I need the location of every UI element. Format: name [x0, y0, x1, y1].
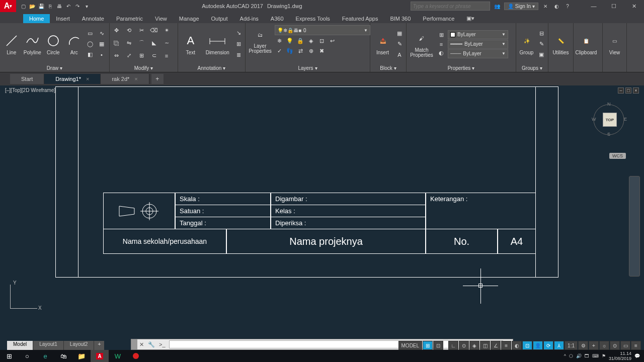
wcs-badge[interactable]: WCS — [609, 153, 626, 159]
blend-icon[interactable]: ∼ — [162, 39, 171, 48]
clipboard-button[interactable]: 📋Clipboard — [576, 33, 597, 55]
tab-output[interactable]: Output — [205, 14, 234, 23]
layer-walk-icon[interactable]: 👣 — [285, 46, 294, 55]
tray-flag-icon[interactable]: ⚑ — [602, 353, 606, 358]
edge-icon[interactable]: e — [36, 350, 54, 362]
array-icon[interactable]: ⊞ — [137, 51, 146, 60]
panel-layers-title[interactable]: Layers — [298, 65, 313, 71]
status-gear-icon[interactable]: ⚙ — [578, 341, 588, 350]
group-bbox-icon[interactable]: ▣ — [537, 50, 546, 59]
status-osnap-icon[interactable]: ◫ — [480, 341, 490, 350]
store-icon[interactable]: 🛍 — [54, 350, 72, 362]
layer-match-icon[interactable]: ⊡ — [317, 36, 326, 45]
status-grid-icon[interactable]: ⊞ — [423, 341, 433, 350]
panel-annotation-title[interactable]: Annotation — [198, 65, 222, 71]
copy-icon[interactable]: ⿻ — [112, 39, 121, 48]
drawing-area[interactable]: [–][Top][2D Wireframe] –□× N S W E TOP W… — [0, 85, 644, 330]
navigation-bar[interactable] — [629, 176, 640, 277]
ungroup-icon[interactable]: ⊟ — [537, 29, 546, 38]
layout-tab-layout2[interactable]: Layout2 — [64, 341, 95, 350]
status-otrack-icon[interactable]: ∠ — [491, 341, 501, 350]
align-icon[interactable]: ≡ — [162, 51, 171, 60]
prop-line-icon[interactable]: ≡ — [437, 40, 446, 49]
tray-lang-icon[interactable]: ⌨ — [592, 353, 599, 358]
insert-block-button[interactable]: 📥Insert — [372, 33, 393, 55]
maximize-button[interactable]: ☐ — [604, 0, 624, 12]
group-edit-icon[interactable]: ✎ — [537, 40, 546, 49]
layer-del-icon[interactable]: ✖ — [317, 46, 326, 55]
dimension-button[interactable]: Dimension — [203, 33, 232, 55]
status-anno-icon[interactable]: ⅄ — [554, 341, 564, 350]
stretch-icon[interactable]: ⇔ — [112, 51, 121, 60]
cmd-settings-icon[interactable]: 🔧 — [146, 341, 157, 348]
panel-draw-title[interactable]: Draw — [47, 65, 58, 71]
ucs-icon[interactable]: Y X — [9, 280, 44, 310]
tray-net-icon[interactable]: 🗔 — [585, 353, 589, 358]
minimize-button[interactable]: — — [584, 0, 604, 12]
region-icon[interactable]: ◧ — [86, 50, 95, 59]
hatch-icon[interactable]: ▦ — [97, 40, 106, 49]
exchange-icon[interactable]: ✕ — [541, 2, 549, 10]
tab-addins[interactable]: Add-ins — [234, 14, 265, 23]
status-annoscale[interactable]: 1:1 — [565, 341, 578, 350]
spline-icon[interactable]: ∿ — [97, 29, 106, 38]
save-icon[interactable]: 💾 — [37, 2, 45, 10]
tray-cloud-icon[interactable]: ⬡ — [569, 353, 573, 358]
group-button[interactable]: ✨Group — [518, 33, 535, 55]
layer-change-icon[interactable]: ⇄ — [296, 46, 305, 55]
stayconnect-icon[interactable]: ◐ — [552, 2, 560, 10]
search-icon[interactable]: 👥 — [493, 2, 501, 10]
scale-icon[interactable]: ⤢ — [124, 51, 133, 60]
panel-properties-title[interactable]: Properties — [448, 65, 471, 71]
undo-icon[interactable]: ↶ — [64, 2, 72, 10]
arc-button[interactable]: Arc — [65, 33, 84, 55]
match-properties-button[interactable]: 🖌Match Properties — [409, 31, 435, 58]
word-icon[interactable]: W — [109, 350, 127, 362]
open-icon[interactable]: 📂 — [28, 2, 36, 10]
table-icon[interactable]: ⊞ — [234, 40, 243, 49]
lineweight-combo[interactable]: ━━━━ByLayer▼ — [448, 40, 508, 49]
status-clean-icon[interactable]: ▭ — [620, 341, 630, 350]
tab-view[interactable]: View — [149, 14, 173, 23]
layer-freeze-icon[interactable]: ❄ — [275, 36, 284, 45]
app-menu-button[interactable]: A▾ — [0, 0, 16, 12]
close-icon[interactable]: × — [134, 76, 137, 82]
screenrec-icon[interactable] — [127, 350, 145, 362]
layout-tab-model[interactable]: Model — [7, 341, 33, 350]
tab-annotate[interactable]: Annotate — [76, 14, 110, 23]
layer-combo[interactable]: 💡❄🔒🖶■ 0▼ — [275, 25, 370, 35]
status-lwt-icon[interactable]: ≡ — [501, 341, 511, 350]
mirror-icon[interactable]: ⇋ — [124, 39, 133, 48]
signin-button[interactable]: 👤 Sign In ▾ — [504, 3, 538, 10]
tab-manage[interactable]: Manage — [173, 14, 205, 23]
status-menu-icon[interactable]: ≡ — [631, 341, 641, 350]
block-edit-icon[interactable]: ✎ — [395, 40, 404, 49]
ribbon-overflow-icon[interactable]: ▣▾ — [460, 14, 480, 23]
status-ortho-icon[interactable]: ∟ — [448, 341, 458, 350]
status-snap-icon[interactable]: ⊡ — [433, 341, 443, 350]
status-trans-icon[interactable]: ◐ — [512, 341, 522, 350]
tray-volume-icon[interactable]: 🔊 — [576, 353, 582, 358]
line-button[interactable]: Line — [2, 33, 21, 55]
prop-color-icon[interactable]: ⊞ — [437, 31, 446, 40]
layer-prev-icon[interactable]: ↩ — [328, 36, 337, 45]
tab-a360[interactable]: A360 — [265, 14, 290, 23]
move-icon[interactable]: ✥ — [112, 26, 121, 35]
fillet-icon[interactable]: ⌒ — [137, 39, 146, 48]
tab-performance[interactable]: Performance — [417, 14, 460, 23]
tray-notifications-icon[interactable]: 💬 — [634, 353, 640, 358]
chamfer-icon[interactable]: ◣ — [149, 39, 158, 48]
tab-featured[interactable]: Featured Apps — [336, 14, 384, 23]
start-button[interactable]: ⊞ — [0, 350, 18, 362]
viewcube[interactable]: N S W E TOP — [591, 101, 627, 137]
block-create-icon[interactable]: ▦ — [395, 29, 404, 38]
trim-icon[interactable]: ✂ — [137, 26, 146, 35]
status-qp-icon[interactable]: 👤 — [533, 341, 543, 350]
layer-state-icon[interactable]: ✓ — [275, 46, 284, 55]
status-polar-icon[interactable]: ⊙ — [459, 341, 469, 350]
layout-tab-layout1[interactable]: Layout1 — [33, 341, 64, 350]
linetype-combo[interactable]: ───ByLayer▼ — [448, 49, 508, 58]
layer-off-icon[interactable]: 💡 — [285, 36, 294, 45]
plot-icon[interactable]: 🖶 — [55, 2, 63, 10]
viewcube-face[interactable]: TOP — [603, 113, 617, 127]
